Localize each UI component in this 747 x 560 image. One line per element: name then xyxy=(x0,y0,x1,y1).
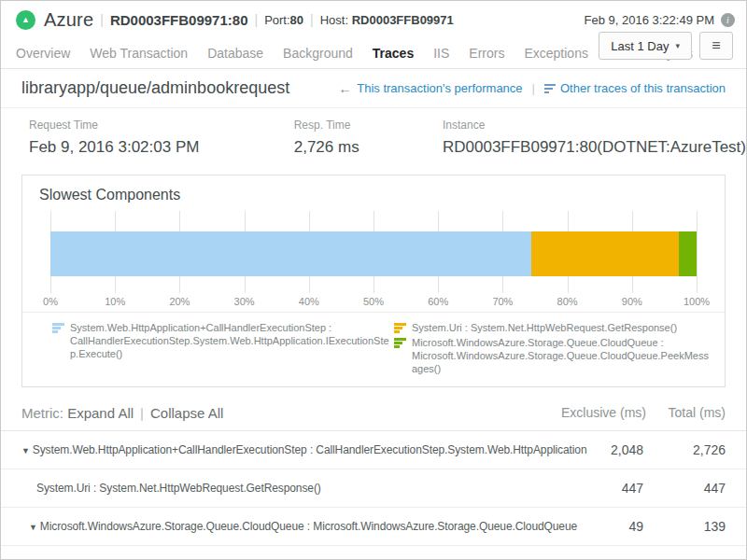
blue-segment-legend-icon xyxy=(52,323,64,333)
instance-value: RD0003FFB09971:80(DOTNET:AzureTest) xyxy=(443,138,746,157)
link-separator: | xyxy=(532,81,535,95)
legend-item: System.Uri : System.Net.HttpWebRequest.G… xyxy=(394,321,712,334)
header-port: Port:80 xyxy=(264,13,303,27)
legend-column-2: System.Uri : System.Net.HttpWebRequest.G… xyxy=(394,321,712,377)
transaction-performance-link[interactable]: This transaction's performance xyxy=(357,81,522,95)
axis-tick-label: 20% xyxy=(169,296,190,307)
exclusive-value: 2,048 xyxy=(611,442,643,457)
other-traces-link[interactable]: Other traces of this transaction xyxy=(560,81,726,95)
axis-tick-label: 60% xyxy=(428,296,448,307)
tab-traces[interactable]: Traces xyxy=(373,46,414,61)
tab-iis[interactable]: IIS xyxy=(433,46,449,61)
menu-button[interactable]: ≡ xyxy=(699,32,733,60)
legend-column-1: System.Web.HttpApplication+CallHandlerEx… xyxy=(52,321,394,377)
total-value: 447 xyxy=(704,481,726,496)
tab-database[interactable]: Database xyxy=(207,46,263,61)
axis-tick-label: 90% xyxy=(622,296,642,307)
table-row[interactable]: System.Uri : System.Net.HttpWebRequest.G… xyxy=(1,469,746,508)
column-header-total: Total (ms) xyxy=(669,405,726,420)
metric-cell: ▼System.Web.HttpApplication+CallHandlerE… xyxy=(21,443,587,456)
instance-label: Instance xyxy=(443,119,746,132)
header-instance-name: RD0003FFB09971:80 xyxy=(110,12,248,28)
tab-exceptions[interactable]: Exceptions xyxy=(524,46,587,61)
metric-label: Metric: xyxy=(21,405,63,421)
request-time-value: Feb 9, 2016 3:02:03 PM xyxy=(29,138,294,157)
gridline xyxy=(697,211,698,293)
bar-segment-0[interactable] xyxy=(50,231,531,276)
metric-name: System.Web.HttpApplication+CallHandlerEx… xyxy=(33,443,587,456)
legend-label: System.Web.HttpApplication+CallHandlerEx… xyxy=(70,321,394,360)
tab-web-transaction[interactable]: Web Transaction xyxy=(90,46,188,61)
legend-item: Microsoft.WindowsAzure.Storage.Queue.Clo… xyxy=(394,336,712,375)
tab-background[interactable]: Background xyxy=(283,46,353,61)
table-row[interactable]: ▼System.Web.HttpApplication+CallHandlerE… xyxy=(1,431,746,469)
transaction-name: libraryapp/queue/adminbookrequest xyxy=(21,78,289,98)
metric-link-separator: | xyxy=(140,405,144,421)
total-value: 2,726 xyxy=(693,442,726,457)
app-title: Azure xyxy=(44,9,93,31)
metric-cell: ▼Microsoft.WindowsAzure.Storage.Queue.Cl… xyxy=(21,520,577,533)
stacked-bar xyxy=(50,231,697,276)
header-separator: | xyxy=(310,12,314,27)
exclusive-value: 49 xyxy=(628,519,643,534)
traces-list-icon xyxy=(544,84,556,93)
nav-tabs-bar: Overview Web Transaction Database Backgr… xyxy=(1,38,746,69)
transaction-links: ← This transaction's performance | Other… xyxy=(338,80,726,96)
legend-label: System.Uri : System.Net.HttpWebRequest.G… xyxy=(412,321,677,334)
resp-time-stat: Resp. Time 2,726 ms xyxy=(294,119,443,157)
metric-name: Microsoft.WindowsAzure.Storage.Queue.Clo… xyxy=(40,520,577,533)
tab-overview[interactable]: Overview xyxy=(16,46,70,61)
resp-time-value: 2,726 ms xyxy=(294,138,443,157)
axis-tick-label: 100% xyxy=(684,296,710,307)
yellow-segment-legend-icon xyxy=(394,323,406,333)
bar-segment-2[interactable] xyxy=(679,231,697,276)
info-icon[interactable]: i xyxy=(721,13,735,27)
port-value: 80 xyxy=(290,13,303,27)
time-range-label: Last 1 Day xyxy=(611,39,669,53)
current-timestamp: Feb 9, 2016 3:22:49 PM xyxy=(585,13,714,27)
chart-plot-area xyxy=(50,211,697,293)
back-arrow-icon: ← xyxy=(338,80,352,96)
collapse-toggle-icon[interactable]: ▼ xyxy=(29,523,37,532)
hamburger-menu-icon: ≡ xyxy=(712,37,720,54)
header-separator: | xyxy=(100,12,104,27)
up-arrow-icon: ▲ xyxy=(21,15,30,24)
trace-summary: Request Time Feb 9, 2016 3:02:03 PM Resp… xyxy=(1,108,746,169)
health-status-icon: ▲ xyxy=(16,10,35,30)
slowest-components-panel: Slowest Components 0%10%20%30%40%50%60%7… xyxy=(21,175,726,387)
axis-tick-label: 80% xyxy=(557,296,578,307)
axis-tick-label: 70% xyxy=(492,296,513,307)
chart-axis: 0%10%20%30%40%50%60%70%80%90%100% xyxy=(50,293,697,310)
time-range-dropdown[interactable]: Last 1 Day ▾ xyxy=(599,32,692,60)
axis-tick-label: 10% xyxy=(105,296,125,307)
axis-tick-label: 0% xyxy=(43,296,58,307)
legend-item: System.Web.HttpApplication+CallHandlerEx… xyxy=(52,321,394,360)
axis-tick-label: 40% xyxy=(299,296,319,307)
chart-legend: System.Web.HttpApplication+CallHandlerEx… xyxy=(22,313,725,386)
table-row[interactable]: System.Uri : System.Net.HttpWebRequest.G… xyxy=(1,546,746,560)
port-label: Port: xyxy=(264,13,289,27)
chevron-down-icon: ▾ xyxy=(675,41,680,50)
expand-all-link[interactable]: Expand All xyxy=(67,405,134,421)
host-value: RD0003FFB09971 xyxy=(352,13,454,27)
total-value: 139 xyxy=(704,519,726,534)
axis-tick-label: 30% xyxy=(234,296,255,307)
host-label: Host: xyxy=(320,13,348,27)
collapse-all-link[interactable]: Collapse All xyxy=(150,405,223,421)
collapse-toggle-icon[interactable]: ▼ xyxy=(21,446,30,455)
column-header-exclusive: Exclusive (ms) xyxy=(561,405,646,420)
transaction-header: libraryapp/queue/adminbookrequest ← This… xyxy=(1,69,746,108)
header-host: Host: RD0003FFB09971 xyxy=(320,13,454,27)
exclusive-value: 447 xyxy=(622,481,643,496)
bar-segment-1[interactable] xyxy=(531,231,679,276)
tab-errors[interactable]: Errors xyxy=(469,46,504,61)
table-row[interactable]: ▼Microsoft.WindowsAzure.Storage.Queue.Cl… xyxy=(1,508,746,546)
metric-table-header: Metric: Expand All | Collapse All Exclus… xyxy=(1,395,746,431)
metric-cell: System.Uri : System.Net.HttpWebRequest.G… xyxy=(21,482,321,495)
app-window: ▲ Azure | RD0003FFB09971:80 | Port:80 | … xyxy=(0,0,747,560)
resp-time-label: Resp. Time xyxy=(294,119,443,132)
instance-stat: Instance RD0003FFB09971:80(DOTNET:AzureT… xyxy=(443,119,746,157)
green-segment-legend-icon xyxy=(394,338,406,348)
metric-name: System.Uri : System.Net.HttpWebRequest.G… xyxy=(36,482,321,495)
header-separator: | xyxy=(254,12,258,27)
